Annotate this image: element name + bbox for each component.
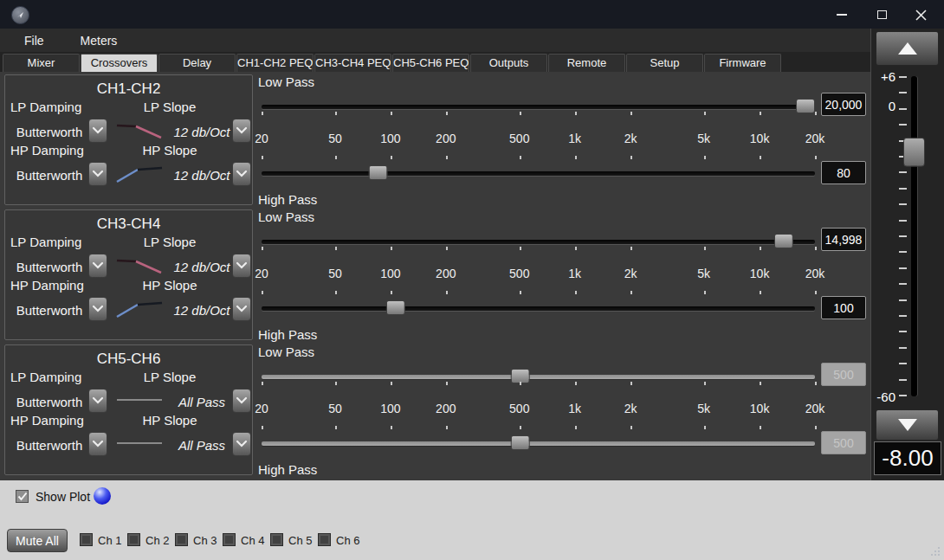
tab-delay[interactable]: Delay xyxy=(158,54,236,72)
freq-label-100: 100 xyxy=(380,402,400,415)
gain-slider[interactable]: +60-60 xyxy=(871,76,943,396)
chevron-down-icon xyxy=(92,261,104,270)
lp-frequency-value[interactable]: 20,000 xyxy=(821,93,866,116)
hp-frequency-value[interactable]: 100 xyxy=(821,296,866,319)
lp-slope-value: 12 db/Oct xyxy=(171,125,232,139)
lp-frequency-slider-track[interactable] xyxy=(262,375,815,379)
lp-damping-value: Butterworth xyxy=(12,395,87,409)
tab-crossovers[interactable]: Crossovers xyxy=(81,54,158,72)
tick xyxy=(335,426,337,429)
bottom-bar: Show Plot Mute All Presets Recall Save 1… xyxy=(0,480,944,560)
app-logo-icon xyxy=(11,6,29,24)
tab-remote[interactable]: Remote xyxy=(548,54,625,72)
maximize-button[interactable] xyxy=(868,5,896,24)
tick xyxy=(630,426,632,429)
tab-firmware[interactable]: Firmware xyxy=(704,54,781,72)
lp-damping-dropdown-button[interactable] xyxy=(88,389,107,413)
freq-label-200: 200 xyxy=(436,402,456,415)
lp-slope-dropdown-button[interactable] xyxy=(232,254,251,278)
lp-frequency-slider-track[interactable] xyxy=(262,105,815,109)
lp-damping-dropdown-button[interactable] xyxy=(88,254,107,278)
tab-mixer[interactable]: Mixer xyxy=(3,54,80,72)
hp-slope-dropdown-button[interactable] xyxy=(232,297,251,321)
tick xyxy=(704,426,706,429)
gain-slider-track[interactable] xyxy=(911,76,917,396)
checkbox-ch-1[interactable] xyxy=(80,533,93,546)
gain-tick xyxy=(899,92,907,93)
gain-tick xyxy=(899,124,907,126)
gain-scale-label-60: -60 xyxy=(871,389,896,404)
gain-down-button[interactable] xyxy=(876,409,939,441)
hp-damping-dropdown-button[interactable] xyxy=(88,297,107,321)
checkbox-ch-6[interactable] xyxy=(318,533,331,546)
lp-slope-value: 12 db/Oct xyxy=(171,260,232,274)
lp-slope-dropdown-button[interactable] xyxy=(232,389,251,413)
crossovers-page: CH1-CH2LP DampingLP SlopeButterworth12 d… xyxy=(0,72,870,480)
hp-frequency-slider[interactable] xyxy=(262,165,815,181)
hp-frequency-slider[interactable] xyxy=(262,300,815,316)
hp-damping-dropdown-button[interactable] xyxy=(88,162,107,186)
tick xyxy=(815,156,817,159)
tab-outputs[interactable]: Outputs xyxy=(470,54,547,72)
resize-grip-icon[interactable] xyxy=(929,545,940,556)
gain-tick xyxy=(899,220,907,222)
tab-ch5-ch6-peq[interactable]: CH5-CH6 PEQ xyxy=(392,54,469,72)
tab-ch1-ch2-peq[interactable]: CH1-CH2 PEQ xyxy=(236,54,314,72)
tick xyxy=(704,247,706,250)
tab-setup[interactable]: Setup xyxy=(626,54,703,72)
gain-tick xyxy=(899,331,907,332)
hp-frequency-slider-track[interactable] xyxy=(262,306,815,311)
tick xyxy=(520,156,521,159)
checkbox-ch-5[interactable] xyxy=(270,533,283,546)
checkbox-ch-2[interactable] xyxy=(127,533,140,546)
lp-slope-dropdown-button[interactable] xyxy=(232,119,251,143)
hp-frequency-slider-thumb[interactable] xyxy=(369,165,388,180)
hp-frequency-slider[interactable] xyxy=(262,435,815,451)
tick xyxy=(575,382,577,385)
checkbox-ch-3[interactable] xyxy=(175,533,188,546)
panel-ch3-ch4: CH3-CH4LP DampingLP SlopeButterworth12 d… xyxy=(4,209,253,340)
hp-slope-dropdown-button[interactable] xyxy=(232,432,251,456)
checkbox-ch-4[interactable] xyxy=(223,533,236,546)
hp-damping-dropdown-button[interactable] xyxy=(88,432,107,456)
freq-label-500: 500 xyxy=(509,267,529,280)
lp-frequency-value[interactable]: 14,998 xyxy=(821,228,866,251)
chevron-down-icon xyxy=(92,126,104,135)
tick xyxy=(815,382,817,385)
tick xyxy=(520,291,521,294)
gain-slider-thumb[interactable] xyxy=(903,138,925,167)
hp-frequency-slider-thumb[interactable] xyxy=(386,300,405,315)
hp-frequency-slider-track[interactable] xyxy=(262,171,815,176)
menu-meters[interactable]: Meters xyxy=(70,32,128,49)
tick xyxy=(760,112,761,115)
tick xyxy=(446,156,448,159)
frequency-ticks xyxy=(262,247,815,251)
mute-all-button[interactable]: Mute All xyxy=(7,529,68,552)
tick xyxy=(262,156,263,159)
hp-damping-label: HP Damping xyxy=(10,143,84,158)
tick xyxy=(335,112,337,115)
lp-curve-graphic xyxy=(113,252,165,278)
close-button[interactable] xyxy=(907,5,934,24)
show-plot-checkbox[interactable] xyxy=(16,490,29,503)
tick xyxy=(391,382,392,385)
minimize-button[interactable] xyxy=(828,5,856,24)
tick xyxy=(446,247,448,250)
freq-label-100: 100 xyxy=(380,267,400,280)
freq-label-20: 20 xyxy=(255,132,268,145)
lp-damping-dropdown-button[interactable] xyxy=(88,119,107,143)
hp-slope-value: 12 db/Oct xyxy=(171,168,232,183)
gain-up-button[interactable] xyxy=(876,31,939,66)
tick xyxy=(815,426,817,429)
menu-file[interactable]: File xyxy=(14,32,55,49)
hp-frequency-slider-track[interactable] xyxy=(262,441,815,446)
crossover-sliders: Low Pass20,00020501002005001k2k5k10k20k8… xyxy=(256,72,870,480)
tick xyxy=(760,291,761,294)
hp-slope-dropdown-button[interactable] xyxy=(232,162,251,186)
hp-frequency-slider-thumb[interactable] xyxy=(511,435,530,450)
tab-ch3-ch4-peq[interactable]: CH3-CH4 PEQ xyxy=(314,54,391,72)
tick xyxy=(446,382,448,385)
hp-frequency-value[interactable]: 80 xyxy=(821,161,866,184)
lp-frequency-slider-track[interactable] xyxy=(262,240,815,244)
tick xyxy=(760,426,761,429)
